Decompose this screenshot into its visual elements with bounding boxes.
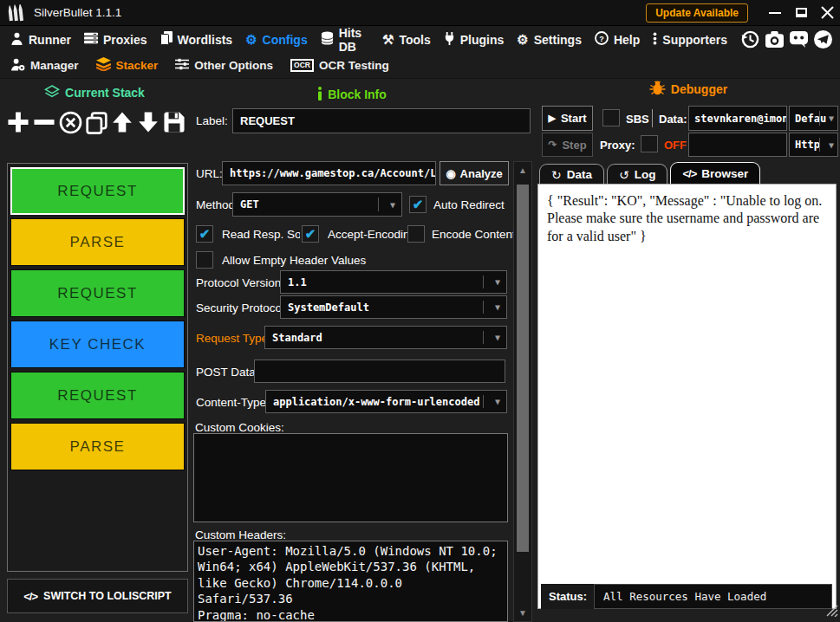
remove-block-button[interactable] [31, 105, 57, 139]
stacker-layers-icon [96, 57, 111, 74]
menu-plugins[interactable]: Plugins [444, 32, 505, 48]
minimize-button[interactable] [762, 3, 788, 23]
close-button[interactable] [814, 3, 840, 23]
chevron-down-icon: ▼ [495, 397, 500, 406]
debugger-tab-bar: ↻ Data ↺ Log </> Browser [539, 162, 763, 185]
custom-cookies-textarea[interactable] [193, 433, 508, 522]
proxy-input[interactable] [688, 133, 787, 157]
encode-content-checkbox[interactable] [407, 225, 425, 243]
svg-text:?: ? [599, 35, 604, 43]
move-up-button[interactable] [109, 105, 135, 139]
step-button[interactable]: ↷ Step [542, 133, 593, 157]
configs-submenu-bar: Manager Stacker Other Options OCR OCR Te… [0, 53, 840, 79]
add-block-button[interactable] [5, 105, 31, 139]
protocol-version-caption: Protocol Version: [196, 276, 284, 289]
code-icon: </> [23, 590, 37, 603]
menu-tools[interactable]: ⚒ Tools [382, 33, 431, 47]
submenu-manager[interactable]: Manager [10, 58, 79, 74]
sbs-checkbox[interactable] [602, 109, 620, 126]
menu-runner[interactable]: Runner [10, 32, 71, 48]
accept-encoding-checkbox[interactable] [302, 225, 319, 243]
wordlist-type-dropdown[interactable]: Defau ▼ [789, 106, 838, 131]
encode-content-label: Encode Content [432, 228, 516, 241]
submenu-other-options[interactable]: Other Options [175, 58, 273, 73]
label-input[interactable]: REQUEST [232, 108, 531, 133]
proxy-type-dropdown[interactable]: Http ▼ [789, 133, 838, 157]
stack-block-request-3[interactable]: REQUEST [10, 372, 185, 419]
stack-block-keycheck[interactable]: KEY CHECK [10, 321, 185, 368]
request-type-caption: Request Type: [196, 332, 271, 345]
app-title: SilverBullet 1.1.1 [34, 6, 121, 19]
stack-block-parse-1[interactable]: PARSE [10, 218, 185, 266]
maximize-button[interactable] [788, 3, 814, 23]
scroll-down-icon[interactable]: ▼ [514, 608, 531, 618]
switch-to-loliscript-button[interactable]: </> SWITCH TO LOLISCRIPT [7, 579, 188, 613]
scrollbar-thumb[interactable] [517, 185, 529, 552]
code-icon: </> [682, 167, 696, 180]
submenu-ocr-testing[interactable]: OCR OCR Testing [290, 59, 389, 72]
allow-empty-headers-checkbox[interactable] [196, 251, 213, 269]
stack-list: REQUEST PARSE REQUEST KEY CHECK REQUEST … [7, 163, 188, 572]
app-window: SilverBullet 1.1.1 Update Available Runn… [0, 0, 840, 622]
screenshot-icon[interactable] [765, 29, 785, 49]
menu-help[interactable]: ? Help [595, 31, 640, 48]
history-icon[interactable] [740, 29, 760, 49]
save-stack-button[interactable] [161, 105, 187, 139]
auto-redirect-checkbox[interactable] [409, 196, 427, 213]
menu-configs[interactable]: ⚙ Configs [245, 33, 308, 47]
menu-hits-db[interactable]: Hits DB [321, 26, 369, 54]
debugger-header: Debugger [537, 81, 839, 97]
supporters-icon [653, 32, 657, 48]
sbs-label: SBS [626, 113, 649, 126]
stack-block-request-1[interactable]: REQUEST [10, 167, 185, 215]
analyze-target-icon: ◉ [446, 168, 455, 179]
menu-supporters[interactable]: Supporters [653, 32, 727, 48]
title-bar: SilverBullet 1.1.1 Update Available [0, 0, 840, 26]
debugger-data-input[interactable]: stevnkaren@imoni [688, 106, 787, 131]
stack-block-parse-2[interactable]: PARSE [10, 423, 185, 470]
request-type-dropdown[interactable]: Standard ▼ [264, 326, 507, 349]
form-scrollbar[interactable]: ▲ ▼ [513, 161, 532, 622]
chevron-down-icon: ▼ [829, 140, 834, 150]
auto-redirect-label: Auto Redirect [433, 198, 505, 211]
accept-encoding-label: Accept-Encoding [328, 228, 407, 241]
chevron-down-icon: ▼ [390, 200, 395, 210]
menu-wordlists[interactable]: Wordlists [160, 31, 233, 48]
content-type-dropdown[interactable]: application/x-www-form-urlencoded ▼ [265, 390, 507, 413]
discord-icon[interactable] [789, 29, 809, 49]
update-available-button[interactable]: Update Available [646, 3, 748, 23]
telegram-icon[interactable] [813, 29, 833, 49]
plug-icon [444, 32, 455, 48]
method-dropdown[interactable]: GET ▼ [232, 192, 402, 217]
runner-icon [10, 32, 23, 48]
protocol-version-dropdown[interactable]: 1.1 ▼ [280, 270, 507, 294]
configs-gear-icon: ⚙ [245, 33, 257, 46]
scroll-up-icon[interactable]: ▲ [514, 165, 531, 175]
menu-right-icons [740, 29, 833, 49]
stack-block-request-2[interactable]: REQUEST [10, 269, 185, 317]
custom-headers-textarea[interactable]: User-Agent: Mozilla/5.0 (Windows NT 10.0… [193, 541, 508, 622]
post-data-input[interactable] [254, 360, 505, 383]
move-down-button[interactable] [135, 105, 161, 139]
clone-block-button[interactable] [83, 105, 109, 139]
resize-grip[interactable] [826, 605, 838, 620]
sliders-icon [175, 58, 189, 73]
refresh-circle-icon: ↻ [551, 169, 562, 181]
status-value: All Resources Have Loaded [594, 584, 832, 609]
disable-block-button[interactable] [57, 105, 83, 139]
start-button[interactable]: ▶ Start [542, 106, 593, 131]
tab-data[interactable]: ↻ Data [539, 164, 604, 185]
read-resp-source-checkbox[interactable] [196, 225, 213, 243]
proxy-checkbox[interactable] [641, 135, 658, 152]
tools-icon: ⚒ [382, 33, 394, 46]
menu-settings[interactable]: ⚙ Settings [517, 33, 582, 47]
history-arrow-icon: ↺ [619, 169, 629, 181]
url-input[interactable]: https://www.gamestop.ca/Account/Logi [222, 161, 436, 185]
security-protocol-dropdown[interactable]: SystemDefault ▼ [280, 295, 507, 319]
menu-proxies[interactable]: Proxies [84, 32, 147, 47]
submenu-stacker[interactable]: Stacker [96, 57, 159, 74]
content-type-caption: Content-Type: [196, 396, 270, 409]
analyze-button[interactable]: ◉ Analyze [440, 161, 509, 185]
tab-log[interactable]: ↺ Log [607, 164, 667, 185]
tab-browser[interactable]: </> Browser [670, 162, 760, 185]
